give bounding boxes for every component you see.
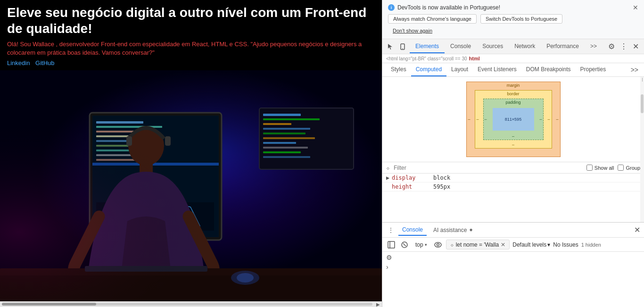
padding-bottom-dash: – xyxy=(512,134,514,139)
close-devtools-btn[interactable]: ✕ xyxy=(631,41,641,52)
border-bottom-dash: – xyxy=(512,142,514,147)
webpage-panel: Eleve seu negócio digital a outro nível … xyxy=(0,0,382,307)
breadcrumb-path-start: <html lang="pt-BR" class="scroll == 30 xyxy=(386,56,467,61)
hidden-count-badge: 1 hidden xyxy=(581,242,601,248)
dropdown-arrow-icon: ▾ xyxy=(425,242,427,247)
notification-text: DevTools is now available in Portuguese! xyxy=(397,4,500,11)
tab-performance[interactable]: Performance xyxy=(541,40,585,53)
console-sidebar-btn[interactable] xyxy=(386,240,396,250)
always-match-btn[interactable]: Always match Chrome's language xyxy=(388,14,477,24)
filter-icon: ⬦ xyxy=(386,164,390,171)
svg-point-48 xyxy=(437,243,439,246)
console-toolbar: top ▾ ⬦ let nome = 'Walla ✕ Default leve… xyxy=(382,238,644,252)
subtab-computed[interactable]: Computed xyxy=(411,63,446,76)
scroll-right-btn[interactable]: ▶ xyxy=(374,302,382,307)
content-size-label: 811×595 xyxy=(505,117,521,122)
more-options-btn[interactable]: ⋮ xyxy=(619,41,629,52)
tab-sources[interactable]: Sources xyxy=(477,40,509,53)
linkedin-link[interactable]: Linkedin xyxy=(7,59,30,66)
margin-label: margin xyxy=(507,83,520,88)
no-issues-text: No Issues xyxy=(553,241,578,248)
settings-btn[interactable]: ⚙ xyxy=(606,41,617,52)
subtabs-bar: Styles Computed Layout Event Listeners D… xyxy=(382,63,644,77)
show-all-label: Show all xyxy=(594,165,614,171)
tab-more[interactable]: >> xyxy=(585,40,603,53)
tab-console[interactable]: Console xyxy=(445,40,477,53)
cursor-icon-btn[interactable] xyxy=(385,41,396,52)
breadcrumb-bar: <html lang="pt-BR" class="scroll == 30 h… xyxy=(382,54,644,63)
webpage-hero-image xyxy=(0,70,382,301)
css-properties-list: ▶ display block height 595px xyxy=(382,174,644,222)
console-clear-btn[interactable] xyxy=(399,240,410,250)
box-model-section: margin – – – border – – – padding – – – xyxy=(382,77,644,162)
expand-icon-2 xyxy=(386,183,392,190)
prop-name-display: display xyxy=(392,174,429,181)
console-gear-icon[interactable]: ⚙ xyxy=(386,254,392,261)
svg-rect-43 xyxy=(388,241,395,248)
margin-left-dash: – xyxy=(468,117,471,122)
webpage-subtitle: Olá! Sou Wallace , desenvolvedor Front-e… xyxy=(7,40,375,57)
horizontal-scrollbar[interactable]: ▶ xyxy=(0,301,382,307)
devtools-main-toolbar: Elements Console Sources Network Perform… xyxy=(382,39,644,54)
subtab-properties[interactable]: Properties xyxy=(576,63,611,76)
box-model-diagram: margin – – – border – – – padding – – – xyxy=(466,82,561,157)
console-filter-input[interactable]: ⬦ let nome = 'Walla ✕ xyxy=(446,240,510,249)
prop-value-height: 595px xyxy=(433,183,450,190)
notification-bar: i DevTools is now available in Portugues… xyxy=(382,0,644,39)
svg-point-42 xyxy=(402,48,403,49)
console-header: ⋮ Console AI assistance ✦ ✕ xyxy=(382,223,644,238)
switch-devtools-btn[interactable]: Switch DevTools to Portuguese xyxy=(480,14,562,24)
console-eye-btn[interactable] xyxy=(433,240,443,250)
tab-elements[interactable]: Elements xyxy=(410,40,445,53)
show-all-checkbox[interactable] xyxy=(586,165,593,171)
css-prop-height: height 595px xyxy=(382,183,644,191)
top-context-dropdown[interactable]: top ▾ xyxy=(413,241,430,249)
console-expand-arrow[interactable]: › xyxy=(386,263,388,271)
notification-close-btn[interactable]: ✕ xyxy=(633,4,638,11)
prop-name-height: height xyxy=(392,183,429,190)
console-close-btn[interactable]: ✕ xyxy=(634,225,640,234)
console-filter-clear-btn[interactable]: ✕ xyxy=(501,241,505,248)
devtools-panel: i DevTools is now available in Portugues… xyxy=(382,0,644,307)
webpage-links: Linkedin GitHub xyxy=(7,59,375,66)
subtab-layout[interactable]: Layout xyxy=(446,63,473,76)
webpage-header: Eleve seu negócio digital a outro nível … xyxy=(0,0,382,70)
console-panel: ⋮ Console AI assistance ✦ ✕ top ▾ xyxy=(382,222,644,307)
group-label: Group xyxy=(626,165,640,171)
svg-rect-40 xyxy=(0,70,382,301)
console-tab-btn[interactable]: Console xyxy=(398,224,427,236)
console-arrow-row: › xyxy=(386,263,640,271)
console-menu-icon[interactable]: ⋮ xyxy=(386,225,396,235)
prop-value-display: block xyxy=(433,174,450,181)
filter-bar: ⬦ Show all Group xyxy=(382,162,644,174)
group-checkbox[interactable] xyxy=(618,165,624,171)
subtab-dom-breakpoints[interactable]: DOM Breakpoints xyxy=(521,63,576,76)
breadcrumb-html[interactable]: html xyxy=(469,56,480,61)
console-filter-icon: ⬦ xyxy=(450,241,454,248)
console-body: ⚙ › xyxy=(382,252,644,307)
svg-point-47 xyxy=(435,242,441,247)
border-left-dash: – xyxy=(477,117,479,122)
padding-left-dash: – xyxy=(485,117,487,122)
subtab-event-listeners[interactable]: Event Listeners xyxy=(473,63,521,76)
right-scrollbar[interactable] xyxy=(640,94,644,222)
subtabs-more-btn[interactable]: >> xyxy=(629,64,640,75)
css-prop-display: ▶ display block xyxy=(382,174,644,183)
info-icon: i xyxy=(388,4,395,11)
console-filter-text: let nome = 'Walla xyxy=(456,241,499,248)
margin-right-dash: – xyxy=(556,117,558,122)
devtools-tabs: Elements Console Sources Network Perform… xyxy=(410,40,603,53)
dont-show-btn[interactable]: Don't show again xyxy=(388,26,437,35)
ai-assistance-btn[interactable]: AI assistance ✦ xyxy=(429,225,477,235)
filter-input[interactable] xyxy=(394,165,583,171)
console-levels-dropdown[interactable]: Default levels ▾ xyxy=(512,241,550,248)
border-label: border xyxy=(507,91,519,96)
mobile-icon-btn[interactable] xyxy=(397,41,408,52)
padding-right-dash: – xyxy=(539,117,542,122)
github-link[interactable]: GitHub xyxy=(35,59,54,66)
expand-icon[interactable]: ▶ xyxy=(386,174,392,181)
webpage-title: Eleve seu negócio digital a outro nível … xyxy=(7,5,375,36)
tab-network[interactable]: Network xyxy=(509,40,541,53)
subtab-styles[interactable]: Styles xyxy=(386,63,411,76)
console-gear-row: ⚙ xyxy=(386,254,640,261)
